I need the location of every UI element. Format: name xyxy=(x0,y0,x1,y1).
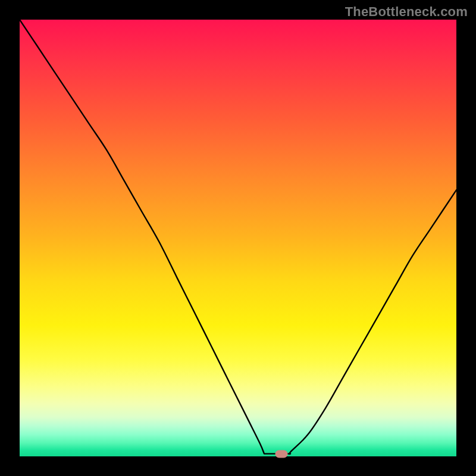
watermark-text: TheBottleneck.com xyxy=(345,4,468,20)
plot-area xyxy=(20,20,456,456)
chart-frame: TheBottleneck.com xyxy=(0,0,476,476)
bottleneck-curve xyxy=(20,20,456,456)
optimum-marker xyxy=(275,450,288,458)
